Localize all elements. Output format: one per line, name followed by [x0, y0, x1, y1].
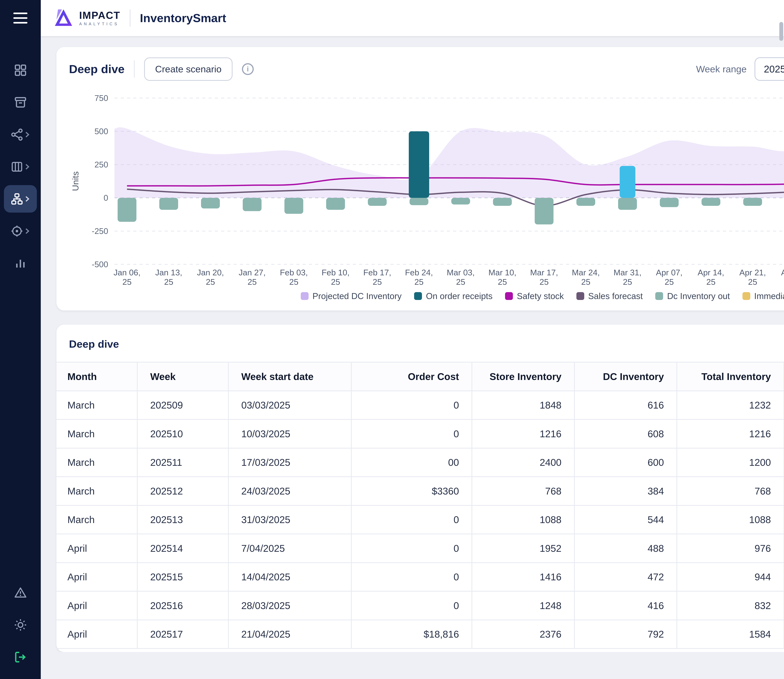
menu-toggle-button[interactable]: [0, 0, 41, 36]
legend-swatch: [301, 292, 309, 300]
sidebar-item-logout[interactable]: [4, 648, 37, 666]
table-cell: March: [56, 448, 137, 477]
archive-box-icon: [14, 96, 27, 109]
table-cell: $18,816: [351, 620, 472, 649]
table-header-row: MonthWeekWeek start dateOrder CostStore …: [56, 362, 784, 391]
vertical-scrollbar-thumb[interactable]: [779, 22, 783, 41]
sidebar-item-scenario-active[interactable]: [4, 185, 37, 213]
deep-dive-table: MonthWeekWeek start dateOrder CostStore …: [56, 362, 784, 649]
sidebar-nav: [0, 56, 41, 277]
sidebar: [0, 0, 41, 679]
table-cell: March: [56, 391, 137, 419]
table-cell: 608: [574, 419, 677, 448]
column-header: DC Inventory: [574, 362, 677, 391]
table-cell: 1216: [677, 419, 784, 448]
svg-text:Feb 10,25: Feb 10,25: [322, 268, 350, 286]
legend-swatch: [414, 292, 422, 300]
table-cell: April: [56, 534, 137, 563]
table-cell: 1088: [677, 505, 784, 534]
table-row: March20251010/03/20250121660812160136$48…: [56, 419, 784, 448]
app-title: InventorySmart: [140, 11, 226, 25]
table-row: April20251628/03/2025012484168320128$480: [56, 591, 784, 620]
legend-item[interactable]: Safety stock: [505, 291, 564, 301]
chart-legend: Projected DC InventoryOn order receiptsS…: [69, 291, 784, 301]
info-icon[interactable]: i: [242, 63, 254, 75]
legend-label: Projected DC Inventory: [312, 291, 402, 301]
sidebar-item-reports[interactable]: [4, 249, 37, 277]
column-header: Week: [137, 362, 228, 391]
table-row: April20251721/04/2025$18,816237679215840…: [56, 620, 784, 649]
chevron-right-icon: [24, 194, 30, 203]
table-cell: 1952: [472, 534, 574, 563]
sidebar-item-inventory[interactable]: [4, 89, 37, 116]
sidebar-item-dashboard[interactable]: [4, 56, 37, 84]
svg-text:500: 500: [94, 127, 108, 136]
week-range-input[interactable]: [762, 63, 784, 75]
sidebar-item-settings[interactable]: [4, 615, 37, 634]
table-cell: 488: [574, 534, 677, 563]
legend-item[interactable]: Dc Inventory out: [655, 291, 730, 301]
svg-text:Mar 17,25: Mar 17,25: [530, 268, 558, 286]
sidebar-item-alerts[interactable]: [4, 583, 37, 602]
bar-chart-icon: [14, 257, 27, 269]
svg-text:Jan 13,25: Jan 13,25: [155, 268, 182, 286]
sidebar-item-network[interactable]: [4, 121, 37, 148]
table-cell: 0: [351, 591, 472, 620]
table-cell: 14/04/2025: [228, 563, 351, 591]
table-cell: March: [56, 505, 137, 534]
table-cell: 00: [351, 448, 472, 477]
gear-icon: [14, 618, 27, 632]
legend-swatch: [742, 292, 750, 300]
table-cell: 202513: [137, 505, 228, 534]
table-cell: 17/03/2025: [228, 448, 351, 477]
table-cell: 1088: [472, 505, 574, 534]
toolbar-divider: [134, 60, 135, 78]
svg-text:Jan 20,25: Jan 20,25: [197, 268, 224, 286]
hamburger-icon: [13, 13, 27, 23]
svg-text:Mar 03,25: Mar 03,25: [447, 268, 475, 286]
table-cell: 24/03/2025: [228, 477, 351, 505]
svg-text:Jan 06,25: Jan 06,25: [114, 268, 141, 286]
legend-item[interactable]: Immediate order receipts: [742, 291, 784, 301]
header-divider: [130, 9, 130, 27]
app-window: IMPACT ANALYTICS InventorySmart: [0, 0, 784, 679]
table-row: March20251224/03/2025$33607683847680128$…: [56, 477, 784, 505]
table-cell: 1416: [472, 563, 574, 591]
create-scenario-button[interactable]: Create scenario: [144, 58, 233, 81]
column-header: Store Inventory: [472, 362, 574, 391]
logout-icon: [14, 651, 27, 664]
table-cell: $3360: [351, 477, 472, 505]
table-cell: March: [56, 477, 137, 505]
main-area: IMPACT ANALYTICS InventorySmart: [41, 0, 784, 679]
column-header: Order Cost: [351, 362, 472, 391]
week-range-field[interactable]: [754, 57, 784, 81]
sidebar-item-planning[interactable]: [4, 153, 37, 180]
legend-item[interactable]: Sales forecast: [576, 291, 643, 301]
svg-text:750: 750: [94, 93, 108, 103]
svg-text:Units: Units: [70, 171, 80, 191]
table-row: April2025147/04/2025019524889760128$480: [56, 534, 784, 563]
sidebar-item-targets[interactable]: [4, 217, 37, 245]
svg-text:-500: -500: [92, 260, 108, 269]
legend-item[interactable]: Projected DC Inventory: [301, 291, 402, 301]
svg-text:Apr 21,25: Apr 21,25: [739, 268, 766, 286]
warning-triangle-icon: [14, 587, 27, 599]
chevron-right-icon: [24, 130, 30, 139]
deep-dive-table-card: Deep dive MonthWeekWeek start dateOrder …: [56, 325, 784, 652]
table-cell: 600: [574, 448, 677, 477]
brand-subtitle: ANALYTICS: [79, 22, 120, 26]
table-cell: 832: [677, 591, 784, 620]
svg-text:Feb 24,25: Feb 24,25: [405, 268, 433, 286]
table-cell: 768: [677, 477, 784, 505]
table-row: April20251514/04/2025014164729440128$480: [56, 563, 784, 591]
table-cell: 1584: [677, 620, 784, 649]
table-cell: 0: [351, 391, 472, 419]
svg-text:Feb 17,25: Feb 17,25: [363, 268, 391, 286]
legend-item[interactable]: On order receipts: [414, 291, 492, 301]
svg-text:Apr 07,25: Apr 07,25: [656, 268, 682, 286]
column-header: Month: [56, 362, 137, 391]
table-cell: 616: [574, 391, 677, 419]
legend-swatch: [576, 292, 584, 300]
table-cell: 31/03/2025: [228, 505, 351, 534]
table-cell: 384: [574, 477, 677, 505]
